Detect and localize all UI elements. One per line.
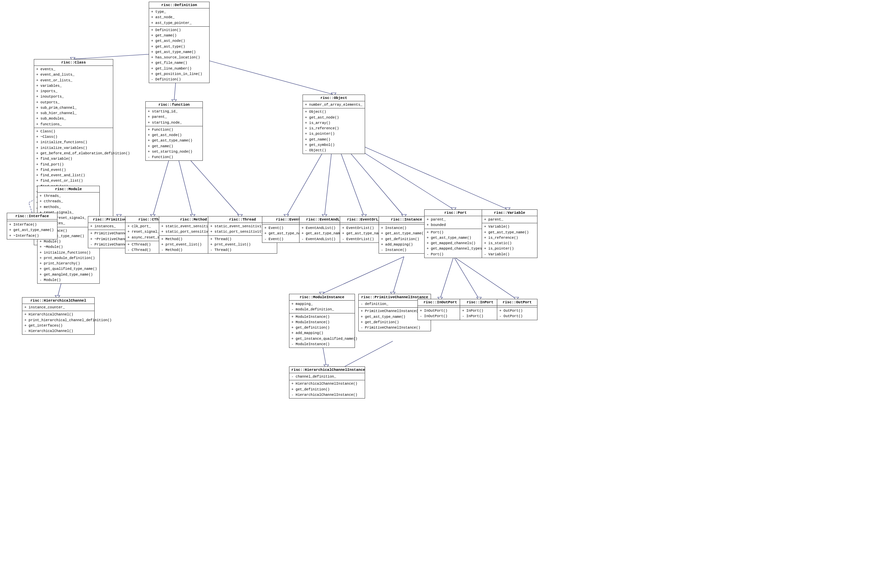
function-title: risc::function bbox=[146, 102, 203, 108]
in-out-port-title: risc::InOutPort bbox=[418, 299, 463, 306]
in-port-methods: + InPort() - InPort() bbox=[460, 308, 500, 320]
module-instance-methods: + ModuleInstance() + ModuleInstance() + … bbox=[289, 314, 355, 348]
in-out-port-box: risc::InOutPort + InOutPort() - InOutPor… bbox=[418, 299, 463, 320]
hierarchical-channel-instance-title: risc::HierarchicalChannelInstance bbox=[289, 367, 365, 373]
class-attrs: + events_ + event_and_lists_ + event_or_… bbox=[34, 66, 113, 128]
object-box: risc::Object + number_of_array_elements_… bbox=[302, 94, 365, 154]
hierarchical-channel-instance-attrs: - channel_definition_ bbox=[289, 373, 365, 380]
function-methods: + Function() + get_ast_node() + get_ast_… bbox=[146, 126, 203, 161]
svg-line-16 bbox=[393, 256, 404, 294]
variable-attrs: + parent_ bbox=[482, 216, 537, 223]
definition-methods: + Definition() + get_name() + get_ast_no… bbox=[149, 27, 209, 83]
interface-title: risc::Interface bbox=[7, 213, 57, 219]
out-port-methods: + OutPort() - OutPort() bbox=[497, 308, 537, 320]
definition-title: risc::Definition bbox=[149, 2, 209, 9]
module-title: risc::Module bbox=[38, 186, 99, 192]
in-out-port-methods: + InOutPort() - InOutPort() bbox=[418, 308, 463, 320]
function-attrs: + starting_id_ + parent_ + starting_node… bbox=[146, 108, 203, 126]
variable-title: risc::Variable bbox=[482, 210, 537, 216]
hierarchical-channel-title: risc::HierarchicalChannel bbox=[22, 297, 94, 304]
object-attrs: + number_of_array_elements_ bbox=[303, 101, 365, 108]
definition-attrs: + type_ + ast_node_ + ast_type_pointer_ bbox=[149, 9, 209, 27]
in-port-title: risc::InPort bbox=[460, 299, 500, 306]
variable-box: risc::Variable + parent_ + Variable() + … bbox=[482, 209, 537, 258]
interface-methods: + Interface() + get_ast_type_name() + ~I… bbox=[7, 221, 57, 239]
out-port-box: risc::OutPort + OutPort() - OutPort() bbox=[497, 299, 537, 320]
object-methods: + Object() + get_ast_node() + is_array()… bbox=[303, 108, 365, 154]
svg-line-19 bbox=[454, 256, 516, 299]
object-title: risc::Object bbox=[303, 95, 365, 101]
hierarchical-channel-instance-methods: + HierarchicalChannelInstance() + get_de… bbox=[289, 380, 365, 398]
in-port-box: risc::InPort + InPort() - InPort() bbox=[460, 299, 500, 320]
hierarchical-channel-methods: + HierarchicalChannel() + print_hierarch… bbox=[22, 311, 94, 334]
port-attrs: + parent_ + bounded bbox=[425, 216, 486, 229]
module-instance-title: risc::ModuleInstance bbox=[289, 294, 355, 301]
svg-line-17 bbox=[440, 256, 454, 299]
variable-methods: + Variable() + get_ast_type_name() + is_… bbox=[482, 223, 537, 258]
port-title: risc::Port bbox=[425, 210, 486, 216]
definition-box: risc::Definition + type_ + ast_node_ + a… bbox=[149, 2, 210, 83]
svg-line-15 bbox=[322, 256, 404, 294]
hierarchical-channel-instance-box: risc::HierarchicalChannelInstance - chan… bbox=[289, 366, 365, 399]
port-box: risc::Port + parent_ + bounded + Port() … bbox=[424, 209, 487, 258]
module-instance-attrs: + mapping_ - module_definition_ bbox=[289, 301, 355, 314]
class-title: risc::Class bbox=[34, 60, 113, 66]
port-methods: + Port() + get_ast_type_name() + get_map… bbox=[425, 229, 486, 258]
hierarchical-channel-attrs: + instance_counter_ bbox=[22, 304, 94, 311]
hierarchical-channel-box: risc::HierarchicalChannel + instance_cou… bbox=[22, 297, 95, 335]
out-port-title: risc::OutPort bbox=[497, 299, 537, 306]
diagram-container: risc::Definition + type_ + ast_node_ + a… bbox=[0, 0, 887, 588]
module-instance-box: risc::ModuleInstance + mapping_ - module… bbox=[289, 294, 355, 348]
interface-box: risc::Interface + Interface() + get_ast_… bbox=[7, 213, 57, 240]
arrows-svg bbox=[0, 0, 887, 588]
svg-line-18 bbox=[454, 256, 479, 299]
function-box: risc::function + starting_id_ + parent_ … bbox=[145, 101, 203, 161]
